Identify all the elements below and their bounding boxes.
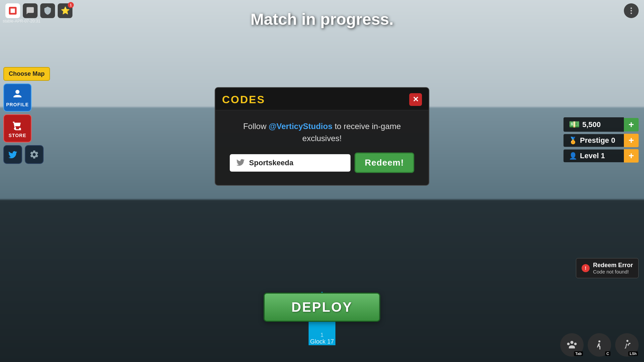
notification-badge: 1	[68, 2, 74, 8]
svg-point-7	[567, 343, 570, 345]
svg-point-6	[571, 341, 574, 344]
menu-button[interactable]	[624, 3, 639, 18]
redeem-button[interactable]: Redeem!	[355, 153, 415, 173]
crouch-button[interactable]: C	[588, 333, 611, 357]
weapon-slot: 1	[310, 332, 334, 338]
bottom-actions: Tab C LSh	[560, 333, 639, 357]
top-left-icons: ⭐ 1	[5, 3, 72, 18]
twitter-button[interactable]	[3, 145, 22, 164]
close-codes-button[interactable]: ✕	[409, 93, 422, 106]
svg-point-9	[598, 341, 600, 343]
tab-key-label: Tab	[574, 351, 583, 356]
choose-map-button[interactable]: Choose Map	[3, 67, 50, 81]
c-key-label: C	[605, 351, 610, 356]
match-status-title: Match in progress.	[251, 10, 394, 28]
right-stats: 💵 5,500 + 🏅 Prestige 0 + 👤 Level 1 +	[564, 117, 639, 163]
codes-header: CODES ✕	[215, 88, 429, 110]
svg-point-2	[631, 7, 632, 9]
roblox-icon[interactable]	[5, 3, 20, 18]
prestige-value: Prestige 0	[580, 136, 615, 145]
codes-modal: CODES ✕ Follow @VerticyStudios to receiv…	[215, 87, 429, 186]
level-value: Level 1	[580, 152, 605, 160]
profile-label: PROFILE	[6, 102, 29, 107]
code-input-row: Redeem!	[230, 153, 415, 173]
cash-value: 5,500	[582, 120, 601, 129]
cash-stat-row: 💵 5,500 +	[564, 117, 639, 132]
svg-point-5	[15, 90, 19, 94]
twitter-icon	[236, 158, 245, 168]
follow-prefix: Follow	[243, 122, 269, 131]
settings-button[interactable]	[25, 145, 44, 164]
sprint-button[interactable]: LSh	[615, 333, 639, 357]
error-title: Redeem Error	[593, 262, 633, 269]
codes-body: Follow @VerticyStudios to receive in-gam…	[215, 110, 429, 185]
store-button[interactable]: STORE	[3, 114, 32, 142]
error-text-block: Redeem Error Code not found!	[593, 262, 633, 275]
store-label: STORE	[9, 133, 26, 138]
lsh-key-label: LSh	[628, 351, 638, 356]
level-stat-row: 👤 Level 1 +	[564, 149, 639, 163]
cash-add-button[interactable]: +	[624, 118, 639, 131]
scoreboard-button[interactable]: Tab	[560, 333, 584, 357]
svg-rect-1	[10, 8, 15, 13]
profile-button[interactable]: PROFILE	[3, 83, 32, 112]
chat-icon-btn[interactable]	[23, 3, 38, 18]
left-sidebar: Choose Map PROFILE STORE	[3, 67, 50, 164]
code-input-box	[230, 154, 351, 172]
follow-text: Follow @VerticyStudios to receive in-gam…	[229, 120, 415, 144]
cash-stat-label: 💵 5,500	[564, 117, 624, 132]
shield-icon-btn[interactable]	[40, 3, 55, 18]
codes-title: CODES	[222, 94, 265, 106]
prestige-add-button[interactable]: +	[624, 134, 639, 147]
svg-point-4	[631, 12, 632, 14]
redeem-error-notification: ! Redeem Error Code not found!	[576, 258, 639, 278]
svg-point-3	[631, 10, 632, 11]
prestige-stat-row: 🏅 Prestige 0 +	[564, 134, 639, 147]
deploy-button[interactable]: DEPLOY	[264, 293, 380, 322]
error-icon: !	[582, 264, 590, 272]
level-stat-label: 👤 Level 1	[564, 149, 624, 162]
top-bar: ⭐ 1 Match in progress.	[0, 0, 644, 21]
sidebar-icon-row	[3, 145, 50, 164]
code-text-input[interactable]	[249, 159, 344, 167]
svg-point-10	[627, 340, 629, 342]
svg-point-8	[574, 343, 577, 345]
follow-handle: @VerticyStudios	[269, 122, 332, 131]
weapon-name: Glock 17	[310, 338, 334, 345]
level-add-button[interactable]: +	[624, 149, 639, 163]
prestige-stat-label: 🏅 Prestige 0	[564, 134, 624, 147]
error-subtitle: Code not found!	[593, 269, 633, 275]
star-icon-btn[interactable]: ⭐ 1	[58, 3, 72, 18]
weapon-info: 1 Glock 17	[310, 332, 334, 345]
